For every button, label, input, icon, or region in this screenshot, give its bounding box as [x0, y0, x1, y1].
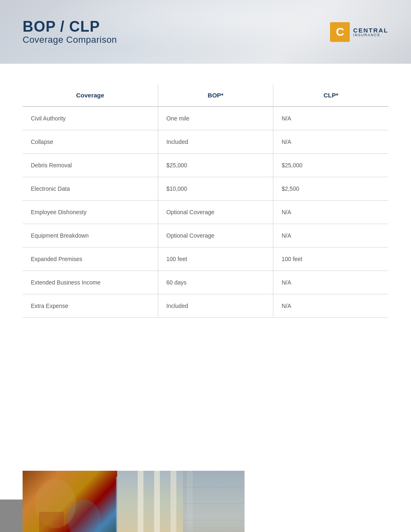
logo-text-block: CENTRAL INSURANCE — [353, 27, 388, 37]
td-coverage-6: Expanded Premises — [23, 247, 158, 271]
td-bop-4: Optional Coverage — [158, 201, 273, 224]
table-row: Debris Removal$25,000$25,000 — [23, 154, 388, 177]
page-header: BOP / CLP Coverage Comparison C CENTRAL … — [0, 0, 411, 64]
header-title-sub: Coverage Comparison — [23, 35, 117, 45]
td-bop-2: $25,000 — [158, 154, 273, 177]
td-bop-5: Optional Coverage — [158, 224, 273, 247]
td-coverage-3: Electronic Data — [23, 177, 158, 201]
col-header-coverage: Coverage — [23, 84, 158, 106]
svg-rect-3 — [39, 512, 64, 532]
td-bop-7: 60 days — [158, 271, 273, 294]
table-row: Electronic Data$10,000$2,500 — [23, 177, 388, 201]
svg-rect-9 — [171, 471, 176, 532]
td-coverage-1: Collapse — [23, 130, 158, 154]
table-row: Extra ExpenseIncludedN/A — [23, 294, 388, 318]
main-content: Coverage BOP* CLP* Civil AuthorityOne mi… — [0, 64, 411, 471]
comparison-table: Coverage BOP* CLP* Civil AuthorityOne mi… — [23, 84, 388, 318]
sidebar-gray-block — [0, 500, 23, 532]
td-clp-6: 100 feet — [273, 247, 388, 271]
table-row: Civil AuthorityOne mileN/A — [23, 106, 388, 130]
table-row: CollapseIncludedN/A — [23, 130, 388, 154]
td-clp-5: N/A — [273, 224, 388, 247]
table-row: Expanded Premises100 feet100 feet — [23, 247, 388, 271]
table-row: Equipment BreakdownOptional CoverageN/A — [23, 224, 388, 247]
image-section — [0, 471, 411, 532]
table-row: Employee DishonestyOptional CoverageN/A — [23, 201, 388, 224]
td-clp-0: N/A — [273, 106, 388, 130]
logo-block: C CENTRAL INSURANCE — [330, 22, 388, 42]
building-image-svg — [23, 471, 245, 532]
header-title-block: BOP / CLP Coverage Comparison — [23, 19, 117, 46]
td-coverage-2: Debris Removal — [23, 154, 158, 177]
td-clp-7: N/A — [273, 271, 388, 294]
col-header-clp: CLP* — [273, 84, 388, 106]
svg-rect-7 — [138, 471, 143, 532]
td-coverage-8: Extra Expense — [23, 294, 158, 318]
td-clp-3: $2,500 — [273, 177, 388, 201]
logo-sub-text: INSURANCE — [353, 33, 388, 37]
table-header-row: Coverage BOP* CLP* — [23, 84, 388, 106]
td-bop-1: Included — [158, 130, 273, 154]
col-header-bop: BOP* — [158, 84, 273, 106]
td-coverage-0: Civil Authority — [23, 106, 158, 130]
td-bop-8: Included — [158, 294, 273, 318]
svg-rect-8 — [154, 471, 160, 532]
logo-main-text: CENTRAL — [353, 27, 388, 33]
td-coverage-5: Equipment Breakdown — [23, 224, 158, 247]
td-clp-8: N/A — [273, 294, 388, 318]
td-clp-2: $25,000 — [273, 154, 388, 177]
td-clp-1: N/A — [273, 130, 388, 154]
td-coverage-7: Extended Business Income — [23, 271, 158, 294]
td-bop-0: One mile — [158, 106, 273, 130]
building-image-container — [23, 471, 245, 532]
td-clp-4: N/A — [273, 201, 388, 224]
td-bop-3: $10,000 — [158, 177, 273, 201]
logo-icon: C — [330, 22, 350, 42]
svg-rect-11 — [183, 471, 245, 532]
header-title-main: BOP / CLP — [23, 19, 117, 35]
table-row: Extended Business Income60 daysN/A — [23, 271, 388, 294]
td-coverage-4: Employee Dishonesty — [23, 201, 158, 224]
td-bop-6: 100 feet — [158, 247, 273, 271]
